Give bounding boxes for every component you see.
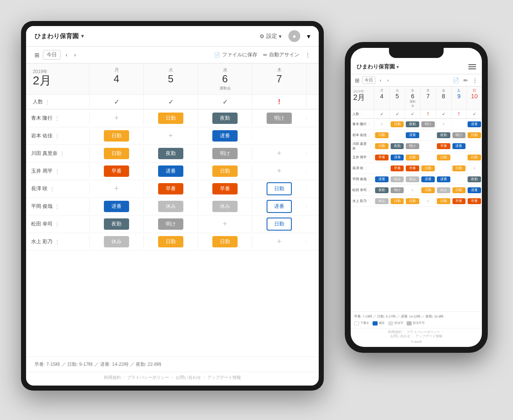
p-shift-cell[interactable]: 日勤 [405,154,420,161]
p-shift-cell[interactable]: 日勤 [436,197,451,205]
p-shift-cell[interactable]: 日勤 [374,142,389,150]
p-shift-cell[interactable]: 日勤 [420,165,436,172]
shift-cell[interactable]: 明け [198,146,252,161]
p-shift-cell[interactable]: 遅番 [374,176,389,183]
shift-cell[interactable]: + [252,236,306,248]
p-shift-cell[interactable]: 日勤 [420,186,436,194]
phone-calendar-icon[interactable]: ⊞ [355,77,360,84]
p-shift-cell[interactable]: 明け [420,121,436,128]
p-shift-cell[interactable]: 休み [374,197,389,205]
shift-cell[interactable]: 休み [198,199,252,214]
p-staff-menu[interactable]: ⋮ [368,122,371,126]
tablet-brand[interactable]: ひまわり保育園 ▾ [34,32,84,40]
shift-cell[interactable]: 遅番 [89,199,143,214]
shift-cell[interactable]: 夜勤 [143,146,198,161]
phone-next-arrow[interactable]: › [386,77,391,84]
p-shift-cell[interactable]: 日勤 [451,165,467,172]
shift-cell[interactable]: 日勤 [252,181,306,197]
phone-headcount-menu[interactable]: ⋮ [360,112,363,116]
p-shift-cell[interactable]: 日勤 [374,131,389,139]
shift-cell[interactable]: 早番 [198,181,252,196]
p-staff-menu[interactable]: ⋮ [368,177,371,181]
shift-cell[interactable]: 日勤 [198,164,252,178]
p-shift-cell[interactable]: 休み [389,176,405,183]
shift-cell[interactable]: 日勤 [143,111,198,126]
shift-cell[interactable]: 夜勤 [198,111,252,126]
shift-cell[interactable]: 遅番 [252,198,306,215]
shift-cell[interactable]: 早番 [143,181,198,196]
shift-cell[interactable]: + [252,147,306,160]
p-shift-cell[interactable]: 日勤 [405,197,420,205]
p-shift-cell[interactable]: 遅番 [466,121,482,128]
shift-cell[interactable]: 明け [252,111,306,126]
shift-cell[interactable]: 早番 [89,164,143,178]
p-shift-cell[interactable]: 夜勤 [405,121,420,128]
more-menu-button[interactable]: ⋮ [305,52,310,58]
next-arrow[interactable]: › [72,51,77,59]
p-shift-cell[interactable]: 早番 [436,142,451,150]
phone-prev-arrow[interactable]: ‹ [378,77,383,84]
p-shift-cell[interactable]: 日勤 [436,154,451,161]
p-shift-cell[interactable]: + [405,186,420,194]
phone-today-button[interactable]: 今日 [362,76,375,84]
today-button[interactable]: 今日 [43,50,61,60]
shift-cell[interactable]: + [252,165,306,177]
auto-assign-button[interactable]: ✏ 自動アサイン [263,51,299,58]
headcount-menu[interactable]: ⋮ [45,99,50,105]
staff-menu-nagasawa[interactable]: ⋮ [49,186,55,192]
shift-cell[interactable]: + [89,112,143,124]
staff-menu-matsuda[interactable]: ⋮ [54,221,60,228]
shift-cell[interactable]: 夜勤 [89,217,143,231]
shift-cell[interactable]: 遅番 [198,129,252,143]
p-shift-cell[interactable]: 早番 [405,165,420,172]
p-shift-cell[interactable]: 日勤 [389,121,405,128]
p-shift-cell[interactable]: 遅番 [420,176,436,183]
staff-menu-kawada[interactable]: ⋮ [59,150,65,157]
shift-cell[interactable]: 遅番 [143,164,198,178]
p-shift-cell[interactable]: 遅番 [466,186,482,194]
p-shift-cell[interactable]: 日勤 [466,131,482,139]
p-shift-cell[interactable]: 休み [436,186,451,194]
staff-menu-mizukami[interactable]: ⋮ [54,239,60,245]
shift-cell[interactable]: 休み [143,199,198,214]
shift-cell[interactable]: 明け [143,217,198,231]
phone-auto-icon[interactable]: ✏ [463,77,468,84]
p-shift-cell[interactable]: + [466,165,482,172]
p-shift-cell[interactable]: 日勤 [466,154,482,161]
p-shift-cell[interactable]: 早番 [451,197,467,205]
p-staff-menu[interactable]: ⋮ [368,155,371,159]
shift-cell[interactable]: 日勤 [89,129,143,143]
shift-cell[interactable]: + [89,183,143,195]
settings-button[interactable]: ⚙ 設定 ▾ [259,32,282,40]
hamburger-menu[interactable] [468,64,476,69]
p-shift-cell[interactable]: 遅番 [436,176,451,183]
save-file-button[interactable]: 📄 ファイルに保存 [214,51,257,58]
p-staff-menu[interactable]: ⋮ [368,199,371,203]
p-shift-cell[interactable]: + [374,121,389,128]
staff-menu-iwamoto[interactable]: ⋮ [54,133,60,139]
staff-menu-hiraoka[interactable]: ⋮ [54,203,60,210]
p-shift-cell[interactable]: 遅番 [389,154,405,161]
p-staff-menu[interactable]: ⋮ [368,188,371,192]
shift-cell[interactable]: 日勤 [89,146,143,161]
p-shift-cell[interactable]: 早番 [466,197,482,205]
phone-more-button[interactable]: ⋮ [472,77,478,84]
p-shift-cell[interactable]: 早番 [389,165,405,172]
phone-file-icon[interactable]: 📄 [452,77,459,84]
p-shift-cell[interactable]: 夜勤 [389,142,405,150]
shift-cell[interactable]: + [143,130,198,142]
shift-cell[interactable]: + [198,218,252,230]
shift-cell[interactable]: 休み [89,234,143,249]
shift-cell[interactable]: 日勤 [198,234,252,249]
p-shift-cell[interactable]: 夜勤 [436,131,451,139]
shift-cell[interactable]: 日勤 [252,216,306,232]
p-shift-cell[interactable]: 遅番 [451,142,467,150]
calendar-icon[interactable]: ⊞ [34,52,40,58]
shift-cell[interactable]: 日勤 [143,234,198,249]
p-shift-cell[interactable]: 夜勤 [374,186,389,194]
p-shift-cell[interactable]: 明け [405,142,420,150]
phone-brand[interactable]: ひまわり保育園 ▾ [357,63,399,71]
p-shift-cell[interactable]: 日勤 [389,197,405,205]
staff-menu-tamai[interactable]: ⋮ [54,168,60,175]
p-shift-cell[interactable]: 日勤 [451,186,467,194]
